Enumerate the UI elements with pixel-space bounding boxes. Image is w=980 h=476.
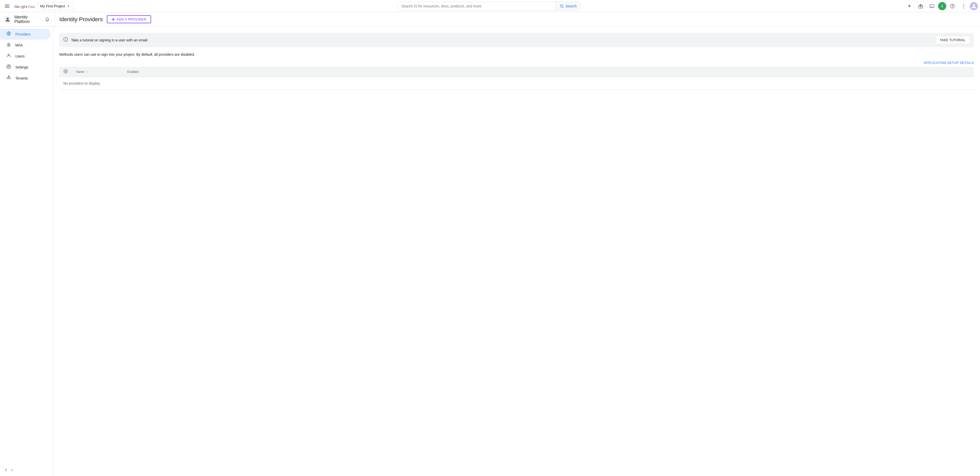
sidebar-collapse-button[interactable]: ◁ (0, 464, 53, 476)
more-button[interactable]: ⋮ (959, 1, 969, 11)
svg-rect-22 (112, 19, 115, 20)
tenants-icon (6, 75, 11, 81)
svg-point-18 (952, 6, 953, 7)
svg-point-19 (973, 4, 975, 6)
help-button[interactable] (947, 1, 958, 11)
no-data-row: No providers to display. (59, 77, 974, 89)
settings-icon (6, 64, 11, 70)
sidebar-item-settings[interactable]: Settings (0, 62, 51, 73)
add-provider-label: ADD A PROVIDER (116, 18, 146, 21)
collapse-label: ◁ (10, 468, 13, 472)
take-tutorial-label: TAKE TUTORIAL (940, 38, 966, 42)
sidebar-label-mfa: MFA (15, 43, 23, 47)
more-icon: ⋮ (961, 3, 966, 9)
mfa-icon (6, 42, 11, 48)
svg-rect-1 (5, 6, 10, 6)
svg-text:l: l (24, 4, 25, 9)
terminal-button[interactable] (927, 1, 937, 11)
main-layout: Providers MFA Users (0, 27, 980, 476)
service-avatar (4, 15, 11, 24)
sidebar-label-providers: Providers (15, 32, 30, 36)
topbar-left: G o o g l e Cloud My First Project (2, 1, 74, 11)
svg-text:o: o (17, 4, 19, 9)
topbar-search: Search (397, 2, 581, 11)
search-input[interactable] (398, 4, 556, 8)
sidebar-item-mfa[interactable]: MFA (0, 40, 51, 51)
col-name-label: Name (76, 70, 84, 73)
sidebar-label-tenants: Tenants (15, 76, 28, 80)
sidebar: Providers MFA Users (0, 27, 53, 476)
svg-text:Cloud: Cloud (28, 5, 35, 9)
topbar-right: ✦ 1 ⋮ (904, 1, 978, 11)
subheader-main: Identity Providers ADD A PROVIDER (59, 15, 976, 23)
svg-rect-15 (930, 5, 934, 8)
svg-rect-2 (5, 7, 10, 8)
gift-button[interactable] (916, 1, 926, 11)
sidebar-item-providers[interactable]: Providers (0, 29, 51, 40)
menu-button[interactable] (2, 1, 12, 11)
user-avatar[interactable] (970, 2, 978, 10)
spark-button[interactable]: ✦ (904, 1, 915, 11)
subheader: Identity Platform Identity Providers ADD… (0, 12, 980, 27)
sort-icon: ↑ (86, 70, 88, 73)
take-tutorial-button[interactable]: TAKE TUTORIAL (935, 36, 970, 44)
svg-point-29 (8, 54, 10, 56)
app-setup-details-link[interactable]: APPLICATION SETUP DETAILS (924, 61, 974, 65)
content: Take a tutorial on signing in a user wit… (53, 27, 980, 476)
bell-button[interactable] (44, 15, 51, 24)
sidebar-label-settings: Settings (15, 65, 29, 69)
search-label: Search (565, 4, 577, 8)
svg-text:o: o (19, 4, 21, 9)
topbar: G o o g l e Cloud My First Project Searc… (0, 0, 980, 12)
svg-point-20 (6, 18, 9, 20)
users-icon (6, 53, 11, 59)
column-icon-circle (64, 69, 68, 73)
google-cloud-logo[interactable]: G o o g l e Cloud (14, 3, 35, 10)
app-setup-link: APPLICATION SETUP DETAILS (59, 60, 974, 65)
project-selector[interactable]: My First Project (37, 2, 74, 10)
col-enabled-label: Enabled (127, 70, 138, 73)
col-header-icon (59, 67, 72, 77)
sidebar-item-tenants[interactable]: Tenants (0, 73, 51, 84)
col-header-name[interactable]: Name ↑ (72, 67, 123, 77)
svg-point-37 (65, 38, 66, 39)
subheader-service: Identity Platform (4, 12, 55, 26)
sidebar-item-users[interactable]: Users (0, 51, 51, 62)
svg-text:g: g (21, 4, 24, 9)
col-header-enabled: Enabled (123, 67, 974, 77)
svg-point-30 (8, 66, 10, 67)
svg-line-11 (563, 7, 563, 8)
providers-table: Name ↑ Enabled No providers to display. (59, 67, 974, 90)
search-container: Search (397, 2, 581, 11)
banner-text: Take a tutorial on signing in a user wit… (71, 38, 932, 42)
no-data-message: No providers to display. (59, 77, 974, 89)
service-name: Identity Platform (14, 15, 40, 24)
search-button[interactable]: Search (555, 2, 581, 11)
info-banner: Take a tutorial on signing in a user wit… (59, 33, 974, 47)
svg-point-32 (8, 77, 9, 77)
description-text: Methods users can use to sign into your … (59, 53, 974, 56)
svg-point-10 (560, 5, 563, 7)
sidebar-label-users: Users (15, 54, 25, 58)
providers-icon (6, 31, 11, 37)
svg-rect-0 (5, 5, 10, 5)
account-circle[interactable]: 1 (938, 2, 946, 10)
account-number: 1 (941, 4, 943, 8)
project-name: My First Project (40, 4, 65, 8)
providers-tbody: No providers to display. (59, 77, 974, 89)
table-header: Name ↑ Enabled (59, 67, 974, 77)
svg-point-28 (8, 45, 9, 46)
svg-text:e: e (25, 4, 27, 9)
svg-point-24 (8, 33, 10, 34)
add-provider-button[interactable]: ADD A PROVIDER (107, 15, 151, 23)
spark-icon: ✦ (907, 3, 911, 9)
page-title: Identity Providers (59, 16, 103, 23)
info-icon (64, 37, 68, 43)
